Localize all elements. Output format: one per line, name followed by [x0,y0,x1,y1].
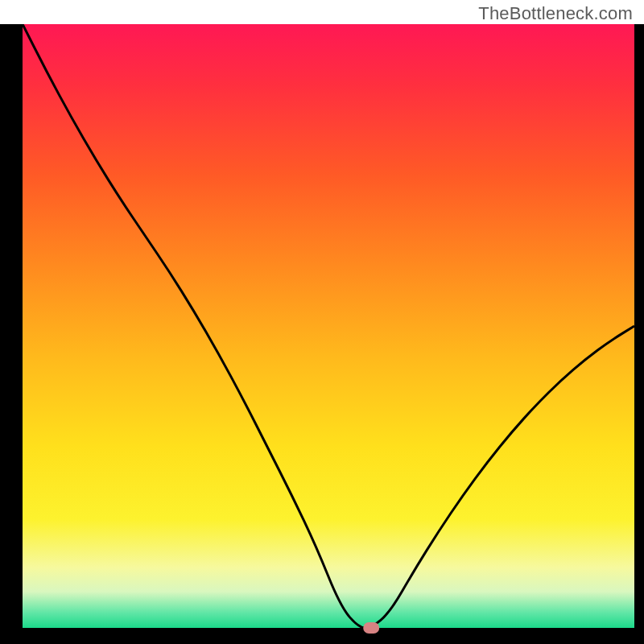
chart-plot-area [23,24,634,628]
optimal-point-marker [363,622,379,634]
bottleneck-chart-container: { "watermark": "TheBottleneck.com", "cha… [0,0,644,644]
watermark-text: TheBottleneck.com [478,3,633,24]
bottleneck-chart [0,24,644,644]
